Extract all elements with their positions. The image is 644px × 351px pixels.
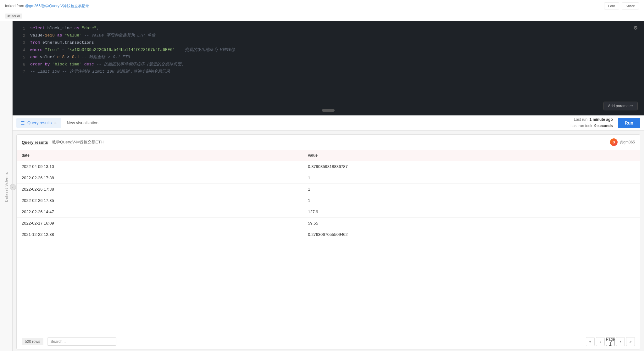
page-next-button[interactable]: › [616,337,625,346]
code-line-1: 1 select block_time as "date", [13,25,644,32]
sidebar-toggle[interactable]: ‹ [10,184,16,190]
table-row: 2022-02-26 17:35 1 [17,195,640,206]
page-first-button[interactable]: « [586,337,595,346]
table-row: 2022-02-26 17:38 1 [17,184,640,195]
line-num-3: 3 [16,39,25,47]
tab-close-button[interactable]: × [54,121,57,125]
tab-new-visualization[interactable]: New visualization [63,118,103,128]
cell-date: 2021-12-22 12:38 [17,229,303,240]
code-line-2: 2 value/1e18 as "value" -- value 字段的值换算为… [13,32,644,39]
code-line-5: 5 and value/1e18 > 0.1 -- 转账金额 > 0.1 ETH [13,54,644,61]
page-current-button[interactable]: Page 1 [606,337,615,346]
cell-value: 1 [303,184,640,195]
dataset-schema-sidebar: Dataset Schema ‹ [0,21,13,351]
main-layout: Dataset Schema ‹ 1 select block_time as … [0,21,644,351]
cell-value: 1 [303,195,640,206]
cell-date: 2022-04-09 13:10 [17,161,303,172]
cell-value: 127.9 [303,206,640,218]
data-table: date value 2022-04-09 13:10 0.8790359818… [17,150,640,240]
table-row: 2022-04-09 13:10 0.8790359818836787 [17,161,640,172]
content-area: 1 select block_time as "date", 2 value/1… [13,21,644,351]
results-header: Query results 教学Query:V神钱包交易ETH G @gm365 [17,135,640,150]
results-panel-title: Query results [22,140,48,145]
table-row: 2022-02-26 17:38 1 [17,172,640,184]
cell-value: 59.55 [303,218,640,229]
line-num-5: 5 [16,54,25,61]
run-button[interactable]: Run [618,118,640,128]
top-bar-actions: Fork Share [604,3,639,9]
cell-date: 2022-02-26 14:47 [17,206,303,218]
search-input[interactable] [47,337,116,346]
line-num-1: 1 [16,25,25,32]
cell-date: 2022-02-17 16:09 [17,218,303,229]
col-value: value [303,150,640,161]
row-count: 520 rows [22,338,43,345]
dataset-schema-label: Dataset Schema [4,172,8,202]
tab-new-visualization-label: New visualization [67,120,98,125]
code-line-3: 3 from ethereum.transactions [13,39,644,47]
add-parameter-button[interactable]: Add parameter [603,102,638,110]
user-handle: @gm365 [619,140,635,144]
fork-text: forked from [5,4,24,8]
last-run-info: Last run 1 minute ago Last run took 0 se… [570,117,613,129]
cell-value: 1 [303,172,640,184]
pagination: « ‹ Page 1 › » [586,337,635,346]
col-date: date [17,150,303,161]
last-run-duration: 0 seconds [594,124,613,128]
cell-date: 2022-02-26 17:38 [17,172,303,184]
top-bar: forked from @gm365/教学Query:V神钱包交易记录 Fork… [0,0,644,12]
fork-button[interactable]: Fork [604,3,619,9]
scroll-thumb [322,109,335,112]
line-num-2: 2 [16,32,25,39]
table-header-row: date value [17,150,640,161]
line-num-7: 7 [16,68,25,75]
tab-query-results[interactable]: ☰ Query results × [16,118,61,128]
tab-query-results-label: Query results [27,120,52,125]
cell-value: 0.8790359818836787 [303,161,640,172]
line-num-6: 6 [16,61,25,68]
table-row: 2021-12-22 12:38 0.2763067055509462 [17,229,640,240]
gear-button[interactable]: ⚙ [633,25,638,31]
code-editor-inner: 1 select block_time as "date", 2 value/1… [13,21,644,79]
tabs-bar: ☰ Query results × New visualization Last… [13,115,644,131]
page-prev-button[interactable]: ‹ [596,337,605,346]
tutorial-tag-area: #tutorial [0,12,644,21]
cell-date: 2022-02-26 17:38 [17,184,303,195]
fork-link[interactable]: @gm365/教学Query:V神钱包交易记录 [25,3,89,9]
cell-value: 0.2763067055509462 [303,229,640,240]
user-avatar: G [610,138,618,146]
table-row: 2022-02-17 16:09 59.55 [17,218,640,229]
table-row: 2022-02-26 14:47 127.9 [17,206,640,218]
results-panel-subtitle: 教学Query:V神钱包交易ETH [52,139,104,145]
code-line-4: 4 where "from" = '\x1Db3439a222C519ab44b… [13,47,644,54]
code-line-6: 6 order by "block_time" desc -- 按照区块事件倒序… [13,61,644,68]
cell-date: 2022-02-26 17:35 [17,195,303,206]
tabs-right: Last run 1 minute ago Last run took 0 se… [570,117,640,129]
last-run-took-text: Last run took [570,124,592,128]
share-button[interactable]: Share [622,3,639,9]
page-last-button[interactable]: » [626,337,635,346]
code-line-7: 7 -- limit 100 -- 这里注销掉 limit 100 的限制，查询… [13,68,644,75]
tutorial-tag: #tutorial [5,14,22,19]
results-panel: Query results 教学Query:V神钱包交易ETH G @gm365… [16,134,640,349]
code-editor[interactable]: 1 select block_time as "date", 2 value/1… [13,21,644,115]
list-icon: ☰ [21,120,25,125]
table-footer: 520 rows « ‹ Page 1 › » [17,334,640,349]
last-run-text: Last run [574,117,587,122]
results-user: G @gm365 [610,138,635,146]
results-table: date value 2022-04-09 13:10 0.8790359818… [17,150,640,334]
line-num-4: 4 [16,47,25,54]
last-run-time: 1 minute ago [590,117,613,122]
